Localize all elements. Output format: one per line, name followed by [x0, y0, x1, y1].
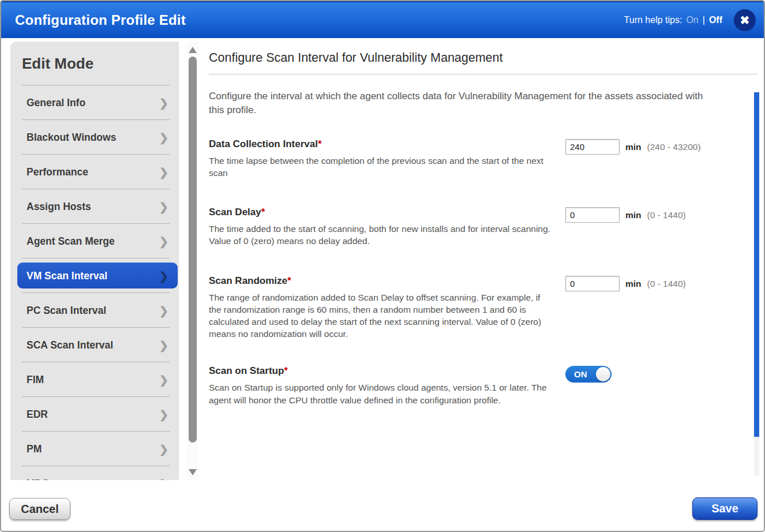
- field-description: The time added to the start of scanning,…: [209, 223, 555, 247]
- sidebar-scrollbar-thumb[interactable]: [189, 57, 197, 443]
- chevron-right-icon: ❯: [159, 477, 168, 481]
- field-data-collection-interval: Data Collection Interval* The time lapse…: [209, 138, 758, 179]
- chevron-right-icon: ❯: [159, 443, 168, 456]
- sidebar-item-sca-scan-interval[interactable]: SCA Scan Interval ❯: [10, 328, 179, 362]
- unit-label: min: [625, 210, 642, 220]
- scan-delay-input[interactable]: [565, 207, 620, 223]
- sidebar-scrollbar[interactable]: [187, 42, 198, 480]
- chevron-right-icon: ❯: [159, 166, 168, 179]
- configuration-profile-edit-dialog: Configuration Profile Edit Turn help tip…: [0, 0, 765, 532]
- field-scan-on-startup: Scan on Startup* Scan on Startup is supp…: [209, 365, 758, 406]
- chevron-right-icon: ❯: [159, 200, 168, 213]
- scroll-up-arrow-icon[interactable]: [189, 47, 197, 53]
- field-label: Data Collection Interval*: [209, 138, 565, 150]
- field-label: Scan Randomize*: [209, 275, 565, 287]
- help-tips-control: Turn help tips: On | Off: [624, 15, 722, 25]
- chevron-right-icon: ❯: [159, 339, 168, 352]
- dialog-title: Configuration Profile Edit: [15, 12, 624, 28]
- field-description: Scan on Startup is supported only for Wi…: [209, 381, 555, 406]
- required-asterisk: *: [287, 275, 291, 286]
- sidebar-item-label: Assign Hosts: [27, 201, 159, 213]
- chevron-right-icon: ❯: [159, 96, 168, 110]
- sidebar-item-label: PM: [27, 443, 159, 455]
- sidebar-item-label: Performance: [27, 166, 159, 178]
- content-scrollbar-thumb[interactable]: [754, 92, 759, 437]
- range-hint: (0 - 1440): [647, 210, 686, 220]
- sidebar-item-label: MDS: [27, 478, 159, 481]
- dialog-header: Configuration Profile Edit Turn help tip…: [1, 1, 764, 38]
- chevron-right-icon: ❯: [159, 235, 168, 248]
- help-tips-on-link[interactable]: On: [686, 15, 698, 25]
- sidebar-item-agent-scan-merge[interactable]: Agent Scan Merge ❯: [10, 224, 179, 258]
- title-divider: [209, 74, 758, 74]
- sidebar-item-label: General Info: [27, 97, 159, 109]
- chevron-right-icon: ❯: [159, 304, 168, 317]
- scan-randomize-input[interactable]: [565, 276, 620, 291]
- panel-intro-text: Configure the interval at which the agen…: [209, 89, 711, 117]
- close-icon[interactable]: ✖: [734, 9, 756, 31]
- field-label: Scan on Startup*: [209, 365, 565, 377]
- sidebar-item-assign-hosts[interactable]: Assign Hosts ❯: [10, 189, 179, 224]
- unit-label: min: [625, 142, 642, 152]
- chevron-right-icon: ❯: [159, 408, 168, 421]
- chevron-right-icon: ❯: [159, 131, 168, 144]
- sidebar-item-label: PC Scan Interval: [27, 305, 159, 317]
- sidebar-item-label: EDR: [27, 409, 159, 421]
- field-description: The range of randomization added to Scan…: [209, 291, 555, 340]
- sidebar-item-fim[interactable]: FIM ❯: [10, 362, 179, 397]
- sidebar-heading: Edit Mode: [10, 42, 179, 85]
- panel-title: Configure Scan Interval for Vulnerabilit…: [209, 51, 758, 65]
- sidebar-item-edr[interactable]: EDR ❯: [10, 397, 179, 432]
- required-asterisk: *: [284, 365, 288, 376]
- field-scan-delay: Scan Delay* The time added to the start …: [209, 207, 758, 247]
- edit-mode-sidebar: Edit Mode General Info ❯ Blackout Window…: [10, 42, 179, 480]
- toggle-on-label: ON: [574, 369, 587, 379]
- help-tips-divider: |: [703, 15, 705, 25]
- sidebar-item-blackout-windows[interactable]: Blackout Windows ❯: [10, 120, 179, 155]
- help-tips-off-link[interactable]: Off: [709, 15, 722, 25]
- sidebar-item-general-info[interactable]: General Info ❯: [10, 85, 179, 120]
- save-button[interactable]: Save: [692, 497, 757, 520]
- sidebar-item-mds-clipped[interactable]: MDS ❯: [10, 466, 179, 480]
- required-asterisk: *: [261, 207, 265, 218]
- chevron-right-icon: ❯: [159, 373, 168, 387]
- cancel-button[interactable]: Cancel: [9, 498, 70, 520]
- sidebar-item-performance[interactable]: Performance ❯: [10, 155, 179, 189]
- sidebar-item-pc-scan-interval[interactable]: PC Scan Interval ❯: [10, 293, 179, 328]
- sidebar-item-label: Agent Scan Merge: [27, 235, 159, 248]
- data-collection-interval-input[interactable]: [565, 139, 620, 155]
- sidebar-item-label: Blackout Windows: [27, 132, 159, 144]
- chevron-right-icon: ❯: [159, 269, 168, 283]
- toggle-knob[interactable]: [596, 367, 610, 381]
- range-hint: (240 - 43200): [647, 142, 701, 152]
- sidebar-item-label: FIM: [27, 374, 159, 386]
- required-asterisk: *: [318, 138, 322, 149]
- field-scan-randomize: Scan Randomize* The range of randomizati…: [209, 275, 758, 340]
- field-description: The time lapse between the completion of…: [209, 155, 555, 179]
- help-tips-label: Turn help tips:: [624, 15, 682, 25]
- scan-on-startup-toggle[interactable]: ON: [565, 366, 612, 383]
- range-hint: (0 - 1440): [647, 279, 686, 289]
- sidebar-item-label: SCA Scan Interval: [27, 339, 159, 351]
- sidebar-item-vm-scan-interval[interactable]: VM Scan Interval ❯: [10, 258, 179, 293]
- field-label: Scan Delay*: [209, 207, 565, 218]
- sidebar-item-label: VM Scan Interval: [27, 270, 159, 282]
- sidebar-item-pm[interactable]: PM ❯: [10, 432, 179, 466]
- vm-scan-interval-panel: Configure Scan Interval for Vulnerabilit…: [209, 42, 758, 406]
- content-scrollbar[interactable]: [754, 92, 759, 475]
- unit-label: min: [625, 279, 642, 289]
- scroll-down-arrow-icon[interactable]: [189, 469, 197, 475]
